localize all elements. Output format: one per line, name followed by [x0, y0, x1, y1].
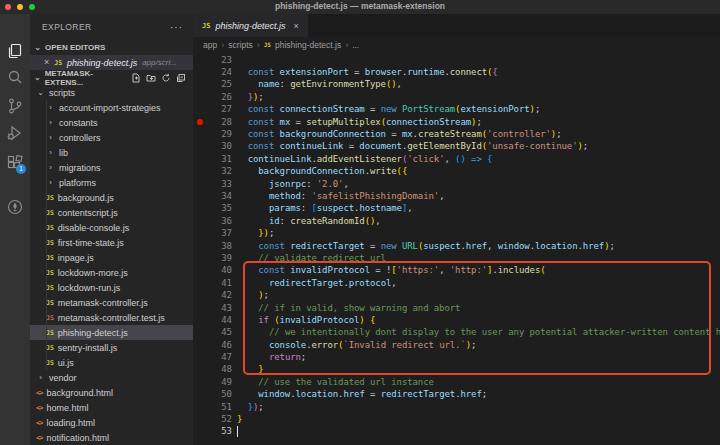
explorer-sidebar: EXPLORER ··· ⌄ OPEN EDITORS × JS phishin… — [30, 14, 193, 445]
code-token: () — [455, 154, 466, 164]
code-line-31[interactable]: 31 continueLink.addEventListener('click'… — [193, 153, 720, 165]
code-line-41[interactable]: 41 redirectTarget.protocol, — [193, 277, 720, 289]
collapse-all-icon[interactable] — [176, 73, 186, 83]
code-line-48[interactable]: 48 } — [193, 363, 720, 375]
code-token: : — [301, 191, 312, 201]
extension-plugin-icon[interactable] — [6, 198, 24, 216]
code-line-23[interactable]: 23 — [193, 54, 720, 66]
code-token: createStream — [418, 129, 482, 139]
open-editors-header[interactable]: ⌄ OPEN EDITORS — [30, 40, 193, 55]
sidebar-item-metamask-controller-test-js[interactable]: JSmetamask-controller.test.js — [30, 310, 193, 325]
sidebar-item-ui-js[interactable]: JSui.js — [30, 355, 193, 370]
code-token: , — [397, 79, 402, 89]
sidebar-item-home-html[interactable]: <>home.html — [30, 400, 193, 415]
code-line-39[interactable]: 39 // validate redirect url — [193, 252, 720, 264]
code-token: getEnvironmentType — [290, 79, 386, 89]
sidebar-item-disable-console-js[interactable]: JSdisable-console.js — [30, 220, 193, 235]
code-text: if (invalidProtocol) { — [237, 315, 375, 325]
code-line-53[interactable]: 53 — [193, 425, 720, 437]
code-line-42[interactable]: 42 ); — [193, 289, 720, 301]
sidebar-item-lockdown-more-js[interactable]: JSlockdown-more.js — [30, 265, 193, 280]
code-text: }); — [237, 92, 264, 102]
sidebar-item-vendor[interactable]: ›vendor — [30, 370, 193, 385]
sidebar-item-constants[interactable]: ›constants — [30, 115, 193, 130]
workspace-header[interactable]: ⌄ METAMASK-EXTENS... — [30, 70, 193, 85]
code-token: write — [370, 166, 397, 176]
tab-close-icon[interactable]: × — [293, 21, 298, 31]
sidebar-item-lib[interactable]: ›lib — [30, 145, 193, 160]
code-line-37[interactable]: 37 }); — [193, 227, 720, 239]
code-line-50[interactable]: 50 window.location.href = redirectTarget… — [193, 388, 720, 400]
sidebar-item-notification-html[interactable]: <>notification.html — [30, 430, 193, 445]
sidebar-item-lockdown-run-js[interactable]: JSlockdown-run.js — [30, 280, 193, 295]
code-area: 2324 const extensionPort = browser.runti… — [193, 52, 720, 438]
js-file-icon: JS — [202, 22, 210, 30]
code-line-52[interactable]: 52} — [193, 413, 720, 425]
code-line-29[interactable]: 29 const backgroundConnection = mx.creat… — [193, 128, 720, 140]
sidebar-item-account-import-strategies[interactable]: ›account-import-strategies — [30, 100, 193, 115]
code-token: ; — [258, 402, 263, 412]
code-line-26[interactable]: 26 }); — [193, 91, 720, 103]
code-token: jsonrpc — [269, 179, 306, 189]
sidebar-item-platforms[interactable]: ›platforms — [30, 175, 193, 190]
sidebar-item-first-time-state-js[interactable]: JSfirst-time-state.js — [30, 235, 193, 250]
breadcrumb-item-[interactable]: ... — [352, 40, 359, 50]
sidebar-item-metamask-controller-js[interactable]: JSmetamask-controller.js — [30, 295, 193, 310]
code-token: invalidProtocol — [280, 315, 360, 325]
code-line-49[interactable]: 49 // use the validated url instance — [193, 376, 720, 388]
code-line-36[interactable]: 36 id: createRandomId(), — [193, 215, 720, 227]
code-text: name: getEnvironmentType(), — [237, 79, 402, 89]
file-label: background.js — [58, 193, 114, 203]
sidebar-item-loading-html[interactable]: <>loading.html — [30, 415, 193, 430]
new-folder-icon[interactable] — [146, 73, 156, 83]
code-line-35[interactable]: 35 params: [suspect.hostname], — [193, 202, 720, 214]
sidebar-item-controllers[interactable]: ›controllers — [30, 130, 193, 145]
code-line-38[interactable]: 38 const redirectTarget = new URL(suspec… — [193, 239, 720, 251]
code-text: const mx = setupMultiplex(connectionStre… — [237, 117, 482, 127]
chevron-right-icon: › — [46, 148, 55, 157]
code-line-43[interactable]: 43 // if in valid, show warning and abor… — [193, 301, 720, 313]
explorer-icon[interactable] — [6, 42, 24, 60]
code-token: = — [365, 389, 381, 399]
code-line-25[interactable]: 25 name: getEnvironmentType(), — [193, 78, 720, 90]
code-line-27[interactable]: 27 const connectionStream = new PortStre… — [193, 103, 720, 115]
code-line-28[interactable]: 28 const mx = setupMultiplex(connectionS… — [193, 115, 720, 127]
search-icon[interactable] — [6, 68, 24, 86]
breadcrumb-item-phishing-detect-js[interactable]: phishing-detect.js — [275, 40, 341, 50]
source-control-icon[interactable] — [6, 97, 24, 115]
more-actions-icon[interactable]: ··· — [170, 22, 183, 33]
breadcrumb-item-scripts[interactable]: scripts — [228, 40, 253, 50]
sidebar-item-migrations[interactable]: ›migrations — [30, 160, 193, 175]
js-test-file-icon: JS — [46, 314, 54, 322]
close-icon[interactable]: × — [44, 58, 49, 67]
file-label: disable-console.js — [58, 223, 130, 233]
breakpoint-icon[interactable] — [197, 119, 203, 125]
code-line-51[interactable]: 51 }); — [193, 400, 720, 412]
tab-phishing-detect[interactable]: JS phishing-detect.js × — [193, 14, 308, 37]
code-token: protocol — [349, 278, 392, 288]
code-line-32[interactable]: 32 backgroundConnection.write({ — [193, 165, 720, 177]
new-file-icon[interactable] — [131, 73, 141, 83]
breakpoint-gutter[interactable] — [193, 119, 207, 125]
refresh-icon[interactable] — [161, 73, 171, 83]
sidebar-item-background-html[interactable]: <>background.html — [30, 385, 193, 400]
sidebar-item-sentry-install-js[interactable]: JSsentry-install.js — [30, 340, 193, 355]
sidebar-item-scripts[interactable]: ⌄scripts — [30, 85, 193, 100]
code-line-44[interactable]: 44 if (invalidProtocol) { — [193, 314, 720, 326]
sidebar-item-contentscript-js[interactable]: JScontentscript.js — [30, 205, 193, 220]
breadcrumb-item-app[interactable]: app — [203, 40, 217, 50]
sidebar-item-background-js[interactable]: JSbackground.js — [30, 190, 193, 205]
sidebar-item-phishing-detect-js[interactable]: JSphishing-detect.js — [30, 325, 193, 340]
sidebar-item-inpage-js[interactable]: JSinpage.js — [30, 250, 193, 265]
code-text: const connectionStream = new PortStream(… — [237, 104, 540, 114]
code-line-40[interactable]: 40 const invalidProtocol = !['https:', '… — [193, 264, 720, 276]
code-token — [237, 290, 258, 300]
code-line-46[interactable]: 46 console.error(`Invalid redirect url.`… — [193, 338, 720, 350]
code-line-34[interactable]: 34 method: 'safelistPhishingDomain', — [193, 190, 720, 202]
code-line-45[interactable]: 45 // we intentionally dont display to t… — [193, 326, 720, 338]
run-and-debug-icon[interactable] — [6, 124, 24, 142]
code-line-30[interactable]: 30 const continueLink = document.getElem… — [193, 140, 720, 152]
code-line-33[interactable]: 33 jsonrpc: '2.0', — [193, 177, 720, 189]
code-line-47[interactable]: 47 return; — [193, 351, 720, 363]
code-line-24[interactable]: 24 const extensionPort = browser.runtime… — [193, 66, 720, 78]
